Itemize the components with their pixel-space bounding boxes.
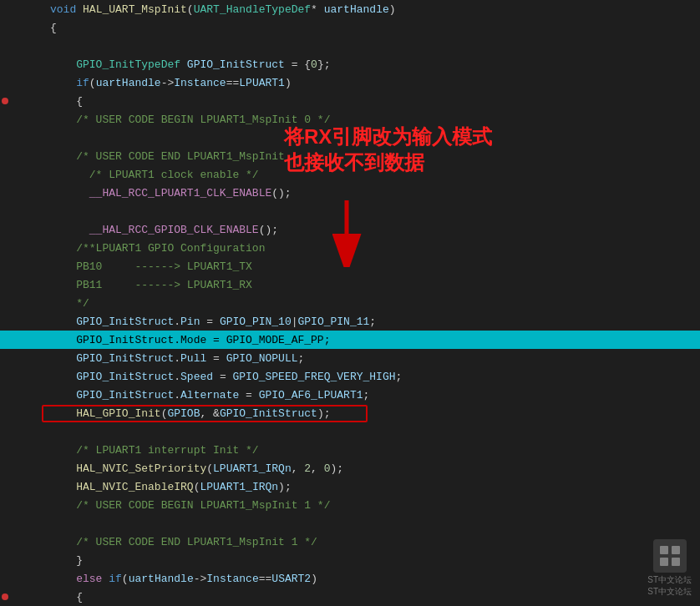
code-line: __HAL_RCC_GPIOB_CLK_ENABLE(); [0,220,700,239]
breakpoint-gutter [0,98,10,104]
code-line [0,37,700,55]
line-content: */ [43,297,700,310]
line-content: if(uartHandle->Instance==LPUART1) [43,77,700,89]
line-content: GPIO_InitStruct.Mode = GPIO_MODE_AF_PP; [43,334,700,346]
code-editor: void HAL_UART_MspInit(UART_HandleTypeDef… [0,0,700,606]
svg-rect-2 [660,546,668,554]
code-line: /* LPUART1 clock enable */ [0,165,700,184]
breakpoint-gutter [0,593,10,600]
code-line: GPIO_InitStruct.Pin = GPIO_PIN_10|GPIO_P… [0,312,700,331]
line-content: /* LPUART1 interrupt Init */ [43,444,700,457]
code-line-redbox: HAL_GPIO_Init(GPIOB, &GPIO_InitStruct); [0,404,700,422]
breakpoint-dot [2,593,8,600]
line-content: GPIO_InitStruct.Pull = GPIO_NOPULL; [43,352,700,365]
code-line: PB10 ------> LPUART1_TX [0,257,700,275]
line-content [43,40,700,53]
line-content: } [43,554,700,567]
code-line: /* USER CODE END LPUART1_MspInit 1 */ [0,533,700,551]
code-line: HAL_NVIC_SetPriority(LPUART1_IRQn, 2, 0)… [0,459,700,477]
code-line: { [0,92,700,110]
code-line: HAL_NVIC_EnableIRQ(LPUART1_IRQn); [0,477,700,496]
code-line: { [0,18,700,37]
line-content: /* LPUART1 clock enable */ [43,169,700,181]
code-line: /* USER CODE BEGIN LPUART1_MspInit 0 */ [0,110,700,129]
line-content: GPIO_InitTypeDef GPIO_InitStruct = {0}; [43,58,700,71]
watermark-subtext: ST中文论坛 [647,586,692,598]
code-line [0,129,700,147]
line-content: { [43,95,700,108]
code-line [0,422,700,441]
line-content [43,132,700,144]
code-line: /* USER CODE BEGIN LPUART1_MspInit 1 */ [0,496,700,514]
line-content: /**LPUART1 GPIO Configuration [43,242,700,255]
code-line: } [0,551,700,569]
line-content: { [43,22,700,34]
code-line: /* LPUART1 interrupt Init */ [0,441,700,459]
line-content: /* USER CODE BEGIN LPUART1_MspInit 1 */ [43,499,700,512]
watermark-text: ST中文论坛 [647,574,692,586]
line-content: __HAL_RCC_GPIOB_CLK_ENABLE(); [43,224,700,236]
line-content: /* USER CODE BEGIN LPUART1_MspInit 0 */ [43,114,700,126]
code-line: /**LPUART1 GPIO Configuration [0,239,700,257]
code-lines: void HAL_UART_MspInit(UART_HandleTypeDef… [0,0,700,606]
line-content: __HAL_RCC_LPUART1_CLK_ENABLE(); [43,187,700,199]
code-line: GPIO_InitStruct.Alternate = GPIO_AF6_LPU… [0,386,700,404]
line-content: GPIO_InitStruct.Alternate = GPIO_AF6_LPU… [43,389,700,401]
code-line: /* USER CODE END LPUART1_MspInit [0,147,700,165]
line-content [43,518,700,530]
line-content: HAL_NVIC_SetPriority(LPUART1_IRQn, 2, 0)… [43,462,700,475]
code-line: GPIO_InitStruct.Pull = GPIO_NOPULL; [0,349,700,367]
breakpoint-dot [2,98,8,104]
code-line-highlighted: GPIO_InitStruct.Mode = GPIO_MODE_AF_PP; [0,331,700,349]
svg-rect-3 [672,546,680,554]
line-content: GPIO_InitStruct.Pin = GPIO_PIN_10|GPIO_P… [43,316,700,328]
code-line: __HAL_RCC_LPUART1_CLK_ENABLE(); [0,184,700,202]
line-content [43,426,700,438]
line-content [43,205,700,218]
code-line: void HAL_UART_MspInit(UART_HandleTypeDef… [0,0,700,18]
watermark: ST中文论坛 ST中文论坛 [647,539,692,598]
code-line: { [0,588,700,606]
code-line: PB11 ------> LPUART1_RX [0,275,700,294]
line-content: else if(uartHandle->Instance==USART2) [43,573,700,585]
line-content: PB10 ------> LPUART1_TX [43,260,700,273]
line-content: HAL_NVIC_EnableIRQ(LPUART1_IRQn); [43,481,700,493]
code-line: else if(uartHandle->Instance==USART2) [0,569,700,588]
line-content: GPIO_InitStruct.Speed = GPIO_SPEED_FREQ_… [43,371,700,383]
line-content: PB11 ------> LPUART1_RX [43,279,700,291]
line-content: void HAL_UART_MspInit(UART_HandleTypeDef… [43,3,700,16]
code-line: GPIO_InitTypeDef GPIO_InitStruct = {0}; [0,55,700,73]
line-content: HAL_GPIO_Init(GPIOB, &GPIO_InitStruct); [43,407,700,420]
line-content: /* USER CODE END LPUART1_MspInit [43,150,700,163]
code-line: if(uartHandle->Instance==LPUART1) [0,73,700,92]
code-line: GPIO_InitStruct.Speed = GPIO_SPEED_FREQ_… [0,367,700,386]
code-line [0,514,700,533]
line-content: { [43,591,700,603]
svg-rect-4 [660,558,668,566]
code-line: */ [0,294,700,312]
watermark-icon [653,539,687,573]
code-line [0,202,700,220]
line-content: /* USER CODE END LPUART1_MspInit 1 */ [43,536,700,548]
svg-rect-5 [672,558,680,566]
